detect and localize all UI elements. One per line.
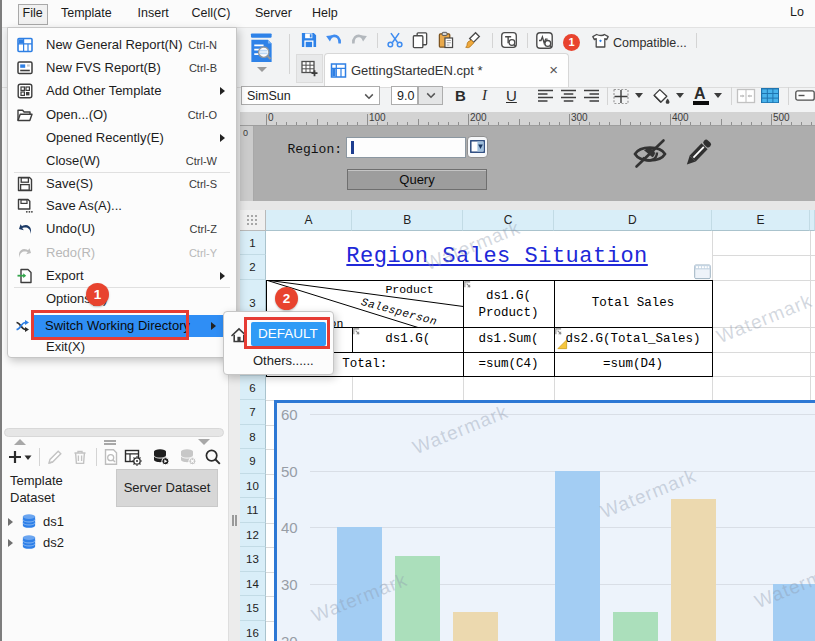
expand-caret-icon[interactable]: [8, 518, 13, 526]
menubar-item-help[interactable]: Help: [308, 4, 342, 23]
delete-trash-icon[interactable]: [71, 448, 89, 466]
cell-c3-line1[interactable]: ds1.G(: [463, 288, 553, 305]
find-text-icon[interactable]: [500, 31, 518, 49]
align-center-icon[interactable]: [560, 89, 577, 103]
fill-color-icon[interactable]: [652, 88, 672, 105]
italic-button[interactable]: I: [482, 87, 487, 104]
font-family-select[interactable]: SimSun: [241, 86, 380, 105]
menubar-item-cellc[interactable]: Cell(C): [188, 4, 235, 23]
bar-group1-series1[interactable]: [337, 527, 383, 641]
fill-color-dropdown-icon[interactable]: [676, 93, 684, 98]
save-file-icon[interactable]: [300, 31, 318, 49]
cell-d5[interactable]: =sum(D4): [554, 352, 713, 377]
new-tab-button[interactable]: [296, 54, 323, 83]
merge-cells-icon[interactable]: [736, 88, 756, 104]
menubar-item-file[interactable]: File: [18, 4, 48, 25]
row-header-1[interactable]: 1: [240, 231, 266, 256]
column-header-f-sliver[interactable]: [810, 210, 815, 231]
file-menu-item-close-w[interactable]: Close(W)Ctrl-W: [9, 150, 235, 172]
login-text-cut[interactable]: Lo: [790, 5, 804, 19]
column-header-d[interactable]: D: [554, 210, 713, 231]
widget-field-icon[interactable]: [795, 90, 815, 101]
cell-d3[interactable]: Total Sales: [554, 280, 713, 328]
horizontal-scrollbar[interactable]: [4, 428, 224, 437]
border-picker-icon[interactable]: [612, 88, 632, 105]
region-input[interactable]: [346, 137, 466, 158]
expand-caret-icon[interactable]: [8, 539, 13, 547]
unmerge-cells-icon[interactable]: [760, 87, 780, 104]
underline-button[interactable]: U: [506, 87, 517, 104]
column-header-b[interactable]: B: [352, 210, 463, 231]
file-menu-item-open-o[interactable]: Open...(O)Ctrl-O: [9, 104, 235, 126]
table-settings-icon[interactable]: [124, 448, 142, 466]
font-color-button[interactable]: A: [694, 85, 706, 103]
row-header-8[interactable]: 8: [240, 425, 266, 450]
dataset-item-ds1[interactable]: ds1: [0, 512, 220, 532]
hide-preview-eye-icon[interactable]: [632, 137, 668, 169]
row-header-9[interactable]: 9: [240, 449, 266, 474]
column-header-a[interactable]: A: [266, 210, 352, 231]
bar-group1-series3[interactable]: [453, 612, 499, 641]
file-menu-item-options-t[interactable]: Options(T): [9, 288, 235, 310]
select-all-corner[interactable]: [240, 210, 266, 231]
file-menu-item-redo-r[interactable]: Redo(R)Ctrl-Y: [9, 242, 235, 264]
db-disabled-icon[interactable]: [179, 448, 197, 466]
search-magnifier-icon[interactable]: [204, 448, 222, 466]
row-header-7[interactable]: 7: [240, 400, 266, 425]
template-search-dropdown-icon[interactable]: [257, 67, 267, 72]
menubar-item-server[interactable]: Server: [251, 4, 296, 23]
splitter-up-icon[interactable]: [14, 439, 26, 445]
splitter-handle-icon[interactable]: [104, 440, 116, 442]
row-header-16[interactable]: 16: [240, 621, 266, 641]
bar-group2-series1[interactable]: [555, 471, 601, 641]
tshirt-icon[interactable]: [591, 33, 610, 49]
copy-icon[interactable]: [411, 31, 429, 49]
query-button[interactable]: Query: [347, 169, 487, 190]
menubar-item-template[interactable]: Template: [57, 4, 116, 23]
format-painter-icon[interactable]: [464, 31, 482, 49]
splitter-down-icon[interactable]: [198, 439, 210, 445]
column-header-e[interactable]: E: [712, 210, 810, 231]
tab-template-dataset[interactable]: TemplateDataset: [0, 469, 116, 507]
row-header-13[interactable]: 13: [240, 547, 266, 572]
cell-c4[interactable]: ds1.Sum(: [463, 327, 553, 352]
paste-icon[interactable]: [437, 31, 455, 49]
font-color-dropdown-icon[interactable]: [714, 93, 722, 98]
bold-button[interactable]: B: [455, 87, 466, 104]
notification-badge[interactable]: 1: [563, 34, 580, 51]
redo-arrow-icon[interactable]: [350, 31, 368, 49]
undo-arrow-icon[interactable]: [325, 31, 343, 49]
file-menu-item-opened-recently-e[interactable]: Opened Recently(E): [9, 127, 235, 149]
cut-icon[interactable]: [386, 31, 404, 49]
file-menu-item-save-as-a[interactable]: Save As(A)...: [9, 195, 235, 217]
align-left-icon[interactable]: [537, 89, 554, 103]
row-header-2[interactable]: 2: [240, 255, 266, 280]
font-size-chevron[interactable]: [418, 86, 443, 105]
preview-dataset-icon[interactable]: [102, 448, 120, 466]
column-header-c[interactable]: C: [463, 210, 553, 231]
bar-chart[interactable]: 6050403020: [274, 400, 815, 641]
bar-group2-series2[interactable]: [613, 612, 659, 641]
row-header-11[interactable]: 11: [240, 498, 266, 523]
menubar-item-insert[interactable]: Insert: [134, 4, 173, 23]
bar-group2-series3[interactable]: [671, 499, 717, 641]
file-menu-item-undo-u[interactable]: Undo(U)Ctrl-Z: [9, 218, 235, 240]
row-header-14[interactable]: 14: [240, 572, 266, 597]
font-size-select[interactable]: 9.0: [391, 86, 418, 105]
submenu-item-others[interactable]: Others......: [253, 353, 314, 368]
row-header-12[interactable]: 12: [240, 523, 266, 548]
add-dataset-icon[interactable]: [8, 449, 32, 467]
file-menu-item-save-s[interactable]: Save(S)Ctrl-S: [9, 173, 235, 195]
search-report-icon[interactable]: [535, 31, 554, 50]
bar-group3-series1[interactable]: [773, 584, 815, 641]
cell-b4[interactable]: ds1.G(: [352, 327, 463, 352]
dataset-item-ds2[interactable]: ds2: [0, 533, 220, 553]
file-menu-item-new-general-report-n[interactable]: New General Report(N)Ctrl-N: [9, 34, 235, 56]
tab-close-icon[interactable]: ×: [549, 61, 558, 78]
file-menu-item-new-fvs-report-b[interactable]: New FVS Report(B)Ctrl-B: [9, 57, 235, 79]
edit-pencil-icon[interactable]: [46, 448, 64, 466]
db-connection-icon[interactable]: [152, 448, 170, 466]
bar-group1-series2[interactable]: [395, 556, 441, 641]
cell-c5[interactable]: =sum(C4): [463, 352, 553, 377]
file-menu-item-export[interactable]: Export: [9, 265, 235, 287]
